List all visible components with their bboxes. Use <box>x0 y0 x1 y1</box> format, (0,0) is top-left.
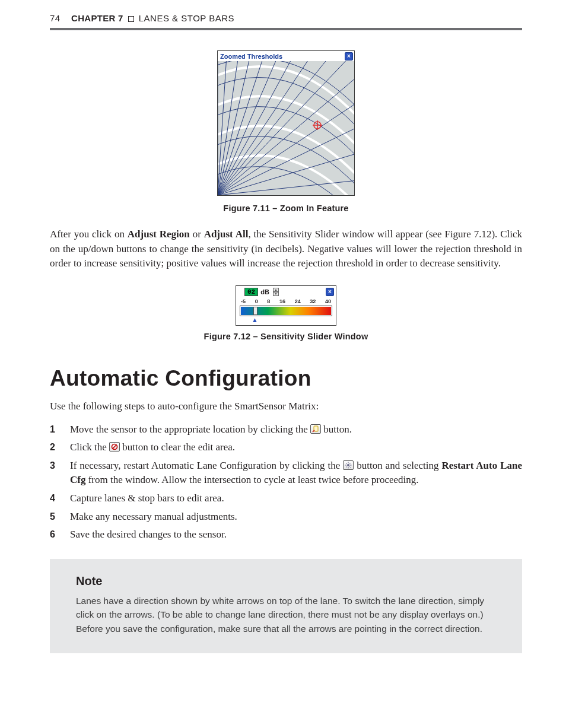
section-title: LANES & STOP BARS <box>139 13 234 23</box>
checkbox-icon <box>128 16 134 22</box>
step-body: If necessary, restart Automatic Lane Con… <box>70 459 522 488</box>
svg-line-30 <box>349 463 351 464</box>
list-item: 1 Move the sensor to the appropriate loc… <box>50 422 522 437</box>
running-header: 74 CHAPTER 7 LANES & STOP BARS <box>50 13 522 28</box>
svg-point-22 <box>347 464 349 466</box>
paragraph-after-fig711: After you click on Adjust Region or Adju… <box>50 227 522 271</box>
clear-edit-area-icon[interactable] <box>109 442 120 452</box>
heading-automatic-configuration: Automatic Configuration <box>50 366 522 391</box>
text: button and selecting <box>354 460 441 471</box>
text: Move the sensor to the appropriate locat… <box>70 424 310 435</box>
window-titlebar: Zoomed Thresholds × <box>218 51 354 61</box>
tick-label: 24 <box>295 298 301 304</box>
step-number: 5 <box>50 510 70 524</box>
figure-7-12: 02 dB ▲ ▼ × -5 0 8 16 24 32 40 <box>50 285 522 341</box>
slider-pointer-icon: ▲ <box>236 317 336 323</box>
slider-top-row: 02 dB ▲ ▼ × <box>236 286 336 297</box>
db-value: 02 <box>244 288 258 296</box>
step-body: Click the button to clear the edit area. <box>70 440 522 455</box>
slider-gradient <box>241 307 331 315</box>
svg-line-27 <box>346 463 347 464</box>
db-unit: dB <box>260 288 269 295</box>
text: button to clear the edit area. <box>120 441 235 453</box>
lead-paragraph: Use the following steps to auto-configur… <box>50 399 522 414</box>
window-title: Zoomed Thresholds <box>220 53 282 60</box>
note-body: Lanes have a direction shown by white ar… <box>76 594 496 635</box>
step-body: Save the desired changes to the sensor. <box>70 527 522 542</box>
close-icon[interactable]: × <box>345 52 353 61</box>
step-number: 3 <box>50 459 70 488</box>
spinner-up-icon[interactable]: ▲ <box>273 288 279 292</box>
figure-7-11: Zoomed Thresholds × <box>50 50 522 213</box>
text: from the window. Allow the intersection … <box>85 474 418 485</box>
page: 74 CHAPTER 7 LANES & STOP BARS Zoomed Th… <box>0 0 566 677</box>
db-control: 02 dB ▲ ▼ <box>244 288 279 296</box>
tick-label: 0 <box>255 298 258 304</box>
step-body: Move the sensor to the appropriate locat… <box>70 422 522 437</box>
tick-label: 16 <box>279 298 285 304</box>
note-title: Note <box>76 574 496 588</box>
bold-text: Adjust Region <box>128 228 190 240</box>
slider-track[interactable] <box>240 306 332 316</box>
close-icon[interactable]: × <box>326 288 334 296</box>
step-number: 4 <box>50 491 70 506</box>
radar-plot <box>218 61 354 195</box>
step-number: 6 <box>50 527 70 542</box>
list-item: 3 If necessary, restart Automatic Lane C… <box>50 459 522 488</box>
list-item: 5 Make any necessary manual adjustments. <box>50 510 522 524</box>
list-item: 4 Capture lanes & stop bars to edit area… <box>50 491 522 506</box>
text: If necessary, restart Automatic Lane Con… <box>70 460 343 471</box>
bold-text: Adjust All <box>204 228 249 240</box>
figure-7-11-caption: Figure 7.11 – Zoom In Feature <box>50 204 522 213</box>
text: or <box>190 228 204 240</box>
auto-config-icon[interactable] <box>343 460 354 470</box>
tick-label: 8 <box>267 298 270 304</box>
sensitivity-slider-window: 02 dB ▲ ▼ × -5 0 8 16 24 32 40 <box>236 285 336 326</box>
list-item: 2 Click the button to clear the edit are… <box>50 440 522 455</box>
slider-thumb[interactable] <box>253 307 257 315</box>
svg-line-29 <box>346 466 347 468</box>
svg-line-28 <box>349 466 351 468</box>
text: button. <box>321 424 352 435</box>
slider-ticks: -5 0 8 16 24 32 40 <box>236 298 336 304</box>
chapter-label: CHAPTER 7 <box>71 13 123 23</box>
text: After you click on <box>50 228 128 240</box>
page-number: 74 <box>50 13 71 23</box>
text: Click the <box>70 441 109 453</box>
steps-list: 1 Move the sensor to the appropriate loc… <box>50 422 522 542</box>
tick-label: 40 <box>325 298 331 304</box>
figure-7-12-caption: Figure 7.12 – Sensitivity Slider Window <box>50 332 522 341</box>
tick-label: 32 <box>310 298 316 304</box>
tick-label: -5 <box>241 298 246 304</box>
step-body: Capture lanes & stop bars to edit area. <box>70 491 522 506</box>
spinner-down-icon[interactable]: ▼ <box>273 292 279 296</box>
step-body: Make any necessary manual adjustments. <box>70 510 522 524</box>
note-box: Note Lanes have a direction shown by whi… <box>50 559 522 653</box>
spinner: ▲ ▼ <box>273 288 279 296</box>
svg-line-21 <box>113 445 116 449</box>
list-item: 6 Save the desired changes to the sensor… <box>50 527 522 542</box>
header-rule <box>50 28 522 30</box>
move-sensor-icon[interactable] <box>310 424 321 434</box>
zoomed-thresholds-window: Zoomed Thresholds × <box>217 50 355 196</box>
step-number: 2 <box>50 440 70 455</box>
step-number: 1 <box>50 422 70 437</box>
